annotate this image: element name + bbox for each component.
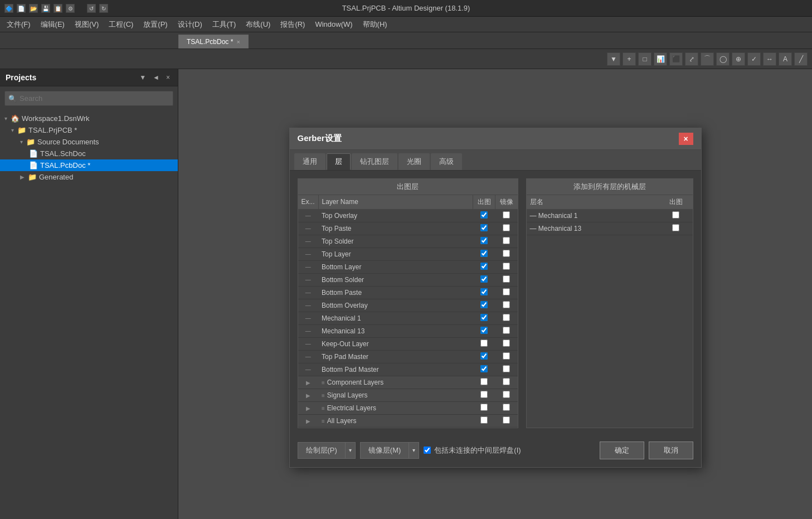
tab-drills[interactable]: 钻孔图层	[352, 153, 397, 170]
settings-icon[interactable]: ⚙	[66, 4, 75, 13]
tree-item-source-docs[interactable]: ▾ 📁 Source Documents	[0, 136, 178, 148]
mirror-layer-dropdown-btn[interactable]: ▾	[409, 442, 419, 459]
component-icon[interactable]: ⬛	[669, 52, 683, 66]
menu-design[interactable]: 设计(D)	[173, 17, 207, 32]
layer-mirror-cell[interactable]	[495, 222, 518, 235]
group-expand-cell[interactable]: ▶	[298, 376, 319, 389]
new-doc-icon[interactable]: 📄	[17, 4, 26, 13]
layer-mirror-cell[interactable]	[495, 337, 518, 350]
sidebar-close-btn[interactable]: ×	[164, 72, 172, 83]
tab-general[interactable]: 通用	[294, 153, 325, 170]
layer-mirror-checkbox[interactable]	[503, 301, 510, 308]
menu-edit[interactable]: 编辑(E)	[36, 17, 69, 32]
group-print-checkbox[interactable]	[480, 378, 488, 385]
mirror-layer-btn[interactable]: 镜像层(M)	[360, 442, 410, 459]
save-icon[interactable]: 💾	[41, 4, 50, 13]
layer-mirror-checkbox[interactable]	[503, 275, 510, 283]
group-mirror-cell[interactable]	[495, 401, 518, 414]
layer-print-cell[interactable]	[473, 248, 495, 260]
group-print-checkbox[interactable]	[480, 416, 488, 424]
tab-layers[interactable]: 层	[327, 153, 351, 170]
dialog-close-btn[interactable]: ×	[679, 133, 693, 145]
layer-mirror-checkbox[interactable]	[503, 314, 510, 321]
group-mirror-checkbox[interactable]	[503, 404, 510, 411]
layer-mirror-cell[interactable]	[495, 299, 518, 312]
ok-btn[interactable]: 确定	[600, 442, 644, 459]
layer-print-cell[interactable]	[473, 363, 495, 376]
layer-print-checkbox[interactable]	[480, 237, 488, 244]
layer-mirror-cell[interactable]	[495, 273, 518, 286]
layer-print-cell[interactable]	[473, 273, 495, 286]
mech-print-cell[interactable]	[659, 222, 693, 235]
layer-mirror-checkbox[interactable]	[503, 237, 510, 244]
menu-window[interactable]: Window(W)	[310, 18, 357, 31]
layer-mirror-cell[interactable]	[495, 248, 518, 260]
via-icon[interactable]: ⊕	[732, 52, 745, 66]
chart-icon[interactable]: 📊	[654, 52, 667, 66]
draw-layer-btn[interactable]: 绘制层(P)	[298, 442, 346, 459]
layer-mirror-checkbox[interactable]	[503, 250, 510, 257]
layer-print-checkbox[interactable]	[480, 365, 488, 372]
open-icon[interactable]: 📂	[29, 4, 38, 13]
layer-print-cell[interactable]	[473, 260, 495, 273]
layer-print-checkbox[interactable]	[480, 211, 488, 219]
layer-print-checkbox[interactable]	[480, 352, 488, 360]
group-print-cell[interactable]	[473, 414, 495, 427]
undo-icon[interactable]: ↺	[87, 4, 96, 13]
layer-print-checkbox[interactable]	[480, 224, 488, 231]
tree-item-pcbdoc[interactable]: 📄 TSAL.PcbDoc *	[0, 159, 178, 171]
tab-advanced[interactable]: 高级	[431, 153, 462, 170]
group-print-checkbox[interactable]	[480, 404, 488, 411]
include-midlayer-label[interactable]: 包括未连接的中间层焊盘(I)	[424, 445, 521, 455]
layer-print-cell[interactable]	[473, 324, 495, 337]
layer-mirror-checkbox[interactable]	[503, 263, 510, 270]
rect-icon[interactable]: □	[638, 52, 651, 66]
layer-mirror-checkbox[interactable]	[503, 365, 510, 372]
route-icon[interactable]: ⤤	[685, 52, 698, 66]
layer-print-cell[interactable]	[473, 299, 495, 312]
layer-print-checkbox[interactable]	[480, 327, 488, 334]
add-icon[interactable]: +	[623, 52, 636, 66]
search-input[interactable]	[4, 91, 173, 106]
layer-group-row[interactable]: ▶ ≡All Layers	[298, 414, 518, 427]
layer-print-cell[interactable]	[473, 209, 495, 222]
layer-group-row[interactable]: ▶ ≡Signal Layers	[298, 389, 518, 401]
menu-route[interactable]: 布线(U)	[241, 17, 275, 32]
group-expand-cell[interactable]: ▶	[298, 389, 319, 401]
layer-mirror-cell[interactable]	[495, 209, 518, 222]
group-print-cell[interactable]	[473, 389, 495, 401]
group-print-cell[interactable]	[473, 401, 495, 414]
layer-print-cell[interactable]	[473, 312, 495, 324]
layer-print-checkbox[interactable]	[480, 250, 488, 257]
layer-print-checkbox[interactable]	[480, 339, 488, 347]
menu-view[interactable]: 视图(V)	[70, 17, 103, 32]
menu-help[interactable]: 帮助(H)	[358, 17, 392, 32]
layer-mirror-cell[interactable]	[495, 260, 518, 273]
layer-mirror-cell[interactable]	[495, 350, 518, 363]
layer-mirror-checkbox[interactable]	[503, 211, 510, 219]
tree-item-prjpcb[interactable]: ▾ 📁 TSAL.PrjPCB *	[0, 124, 178, 136]
menu-report[interactable]: 报告(R)	[276, 17, 309, 32]
tab-close-icon[interactable]: ×	[236, 38, 240, 45]
layer-mirror-checkbox[interactable]	[503, 352, 510, 360]
layer-print-checkbox[interactable]	[480, 288, 488, 295]
layer-print-checkbox[interactable]	[480, 301, 488, 308]
group-print-cell[interactable]	[473, 376, 495, 389]
mech-print-checkbox[interactable]	[672, 224, 679, 231]
sidebar-unpin-btn[interactable]: ◄	[150, 72, 162, 83]
layer-print-checkbox[interactable]	[480, 263, 488, 270]
group-mirror-cell[interactable]	[495, 389, 518, 401]
measure-icon[interactable]: ↔	[763, 52, 776, 66]
layer-print-cell[interactable]	[473, 350, 495, 363]
layer-mirror-cell[interactable]	[495, 312, 518, 324]
group-mirror-checkbox[interactable]	[503, 378, 510, 385]
layer-print-cell[interactable]	[473, 222, 495, 235]
layer-print-cell[interactable]	[473, 286, 495, 299]
mech-print-cell[interactable]	[659, 209, 693, 222]
sidebar-pin-btn[interactable]: ▼	[137, 72, 148, 83]
save-all-icon[interactable]: 📋	[54, 4, 62, 13]
arc-icon[interactable]: ⌒	[701, 52, 714, 66]
filter-icon[interactable]: ▼	[607, 52, 620, 66]
tree-item-generated[interactable]: ▶ 📁 Generated	[0, 171, 178, 183]
tree-item-schdoc[interactable]: 📄 TSAL.SchDoc	[0, 148, 178, 159]
